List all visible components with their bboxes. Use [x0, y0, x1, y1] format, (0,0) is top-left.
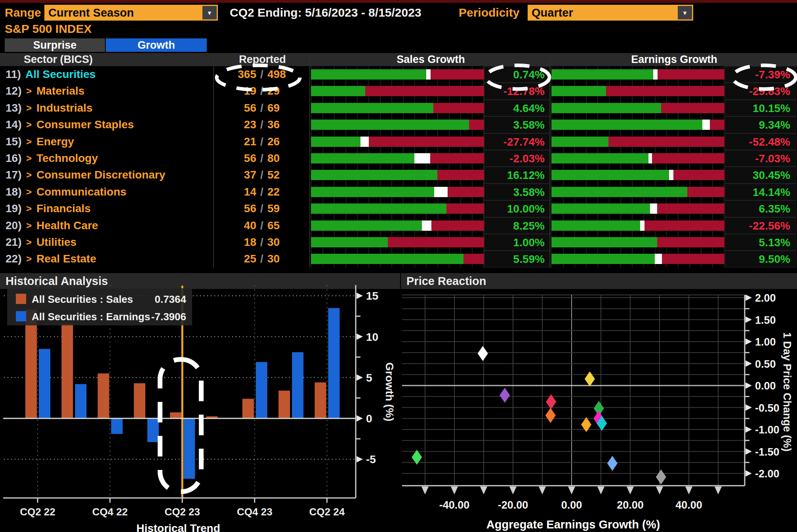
expand-chevron-icon[interactable]: >	[26, 167, 32, 183]
reported-total: 69	[267, 100, 303, 116]
bar-negative-segment	[644, 220, 725, 231]
hist-bar-sales	[278, 391, 290, 418]
y-tick-arrow-icon	[746, 361, 752, 367]
bar-marker	[653, 69, 658, 80]
sector-name[interactable]: Consumer Discretionary	[36, 167, 165, 183]
sector-name[interactable]: Communications	[36, 184, 126, 200]
sector-name[interactable]: Utilities	[36, 234, 76, 251]
reported-total: 80	[267, 150, 303, 167]
table-row[interactable]: 16)>Technology56/80 -2.03% -7.03%	[0, 150, 797, 167]
reported-count: 40	[216, 217, 256, 234]
bar-marker	[426, 69, 431, 80]
range-label: Range	[5, 5, 41, 21]
sales-growth-value: -12.78%	[484, 83, 550, 99]
row-number: 12)	[6, 83, 21, 99]
sector-name[interactable]: Industrials	[36, 100, 93, 116]
expand-chevron-icon[interactable]: >	[26, 234, 32, 251]
table-row[interactable]: 14)>Consumer Staples23/36 3.58% 9.34%	[0, 116, 797, 133]
x-tick-arrow-icon	[597, 486, 604, 494]
sector-name[interactable]: Technology	[36, 150, 98, 167]
row-number: 20)	[6, 217, 21, 234]
x-tick-arrow-icon	[539, 486, 546, 494]
sector-name[interactable]: Consumer Staples	[36, 116, 134, 133]
bar-positive-segment	[551, 153, 648, 163]
hist-bar-sales	[315, 382, 326, 418]
period-ending-text: CQ2 Ending: 5/16/2023 - 8/15/2023	[230, 5, 421, 21]
sector-name[interactable]: Real Estate	[36, 251, 96, 267]
column-divider	[213, 53, 214, 268]
reported-slash: /	[257, 217, 267, 234]
x-tick-label: CQ4 23	[237, 506, 273, 518]
sales-growth-value: 16.12%	[484, 167, 550, 183]
y-tick-arrow-icon	[357, 334, 363, 340]
sector-name[interactable]: Energy	[36, 133, 74, 150]
bar-negative-segment	[469, 120, 484, 130]
hist-bar-sales	[61, 323, 73, 418]
expand-chevron-icon[interactable]: >	[26, 100, 32, 116]
chevron-down-icon[interactable]: ▼	[202, 6, 217, 19]
y-tick-label: -5	[366, 453, 376, 466]
expand-chevron-icon[interactable]: >	[26, 251, 32, 267]
table-row[interactable]: 17)>Consumer Discretionary37/52 16.12% 3…	[0, 167, 797, 183]
bar-negative-segment	[608, 137, 725, 147]
sector-name[interactable]: Health Care	[36, 217, 98, 234]
col-header-sales-growth: Sales Growth	[311, 53, 551, 66]
bar-positive-segment	[551, 103, 661, 113]
x-tick-arrow-icon	[685, 486, 692, 494]
x-tick-label: CQ2 23	[164, 506, 200, 518]
periodicity-dropdown[interactable]: Quarter ▼	[528, 5, 693, 21]
bar-negative-segment	[446, 203, 484, 214]
bar-marker	[702, 120, 710, 130]
row-number: 13)	[6, 100, 21, 116]
bar-negative-segment	[369, 137, 484, 147]
table-row[interactable]: 21)>Utilities18/30 1.00% 5.13%	[0, 234, 797, 251]
sector-name[interactable]: All Securities	[25, 66, 95, 83]
expand-chevron-icon[interactable]: >	[26, 184, 32, 200]
sector-name[interactable]: Financials	[36, 200, 91, 217]
tab-surprise[interactable]: Surprise	[5, 38, 105, 52]
expand-chevron-icon[interactable]: >	[26, 217, 32, 234]
sales-growth-value: -2.03%	[484, 150, 550, 167]
table-row[interactable]: 15)>Energy21/26 -27.74% -52.48%	[0, 133, 797, 150]
growth-bar	[311, 69, 484, 80]
table-row[interactable]: 22)>Real Estate25/30 5.59% 9.50%	[0, 251, 797, 267]
y-tick-label: 10	[366, 331, 378, 343]
x-tick-arrow-icon	[421, 486, 429, 494]
sector-table-rows: 11)All Securities365/498 0.74% -7.39%12)…	[0, 66, 797, 268]
reported-slash: /	[257, 150, 267, 167]
bar-negative-segment	[431, 220, 484, 231]
table-row[interactable]: 20)>Health Care40/65 8.25% -22.56%	[0, 217, 797, 234]
expand-chevron-icon[interactable]: >	[26, 83, 32, 99]
index-title: S&P 500 INDEX	[5, 22, 92, 36]
hist-bar-sales	[98, 373, 109, 418]
historical-trend-chart: 151050-5CQ2 22CQ4 22CQ2 23CQ4 23CQ2 24Hi…	[0, 273, 401, 532]
x-tick-arrow-icon	[480, 486, 487, 494]
earnings-growth-value: -29.83%	[725, 83, 796, 99]
growth-bar	[311, 103, 484, 113]
x-tick-label: CQ4 22	[92, 506, 128, 518]
x-tick-label: CQ2 24	[309, 506, 345, 518]
legend-value: 0.7364	[154, 293, 186, 305]
growth-bar	[551, 86, 725, 96]
x-tick-label: -40.00	[439, 499, 470, 511]
table-row[interactable]: 11)All Securities365/498 0.74% -7.39%	[0, 66, 797, 83]
sector-name[interactable]: Materials	[36, 83, 84, 99]
table-row[interactable]: 13)>Industrials56/69 4.64% 10.15%	[0, 100, 797, 116]
expand-chevron-icon[interactable]: >	[26, 200, 32, 217]
hist-bar-earnings	[328, 308, 339, 418]
scatter-point-orange	[545, 408, 556, 423]
range-dropdown[interactable]: Current Season ▼	[44, 5, 218, 21]
table-row[interactable]: 18)>Communications14/22 3.58% 14.14%	[0, 184, 797, 200]
earnings-growth-value: 10.15%	[725, 100, 796, 116]
expand-chevron-icon[interactable]: >	[26, 133, 32, 150]
chevron-down-icon[interactable]: ▼	[678, 6, 692, 19]
table-row[interactable]: 19)>Financials56/59 10.00% 6.35%	[0, 200, 797, 217]
table-row[interactable]: 12)>Materials19/29 -12.78% -29.83%	[0, 83, 797, 99]
scatter-point-gray	[656, 469, 666, 484]
tab-growth[interactable]: Growth	[106, 38, 207, 52]
growth-bar	[551, 120, 725, 130]
bar-negative-segment	[658, 69, 725, 80]
expand-chevron-icon[interactable]: >	[26, 116, 32, 133]
expand-chevron-icon[interactable]: >	[26, 150, 32, 167]
y-tick-arrow-icon	[746, 382, 752, 389]
